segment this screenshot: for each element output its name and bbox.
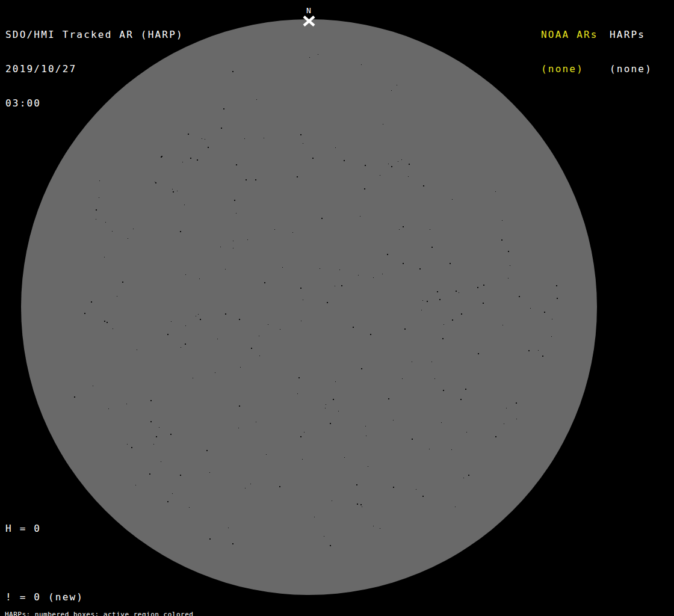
north-cross-icon bbox=[303, 16, 315, 26]
footer-harps-note: HARPs: numbered boxes; active region col… bbox=[5, 611, 253, 616]
harps-value: (none) bbox=[610, 63, 652, 75]
noaa-ars-label: NOAA ARs bbox=[541, 29, 598, 40]
noaa-ars-legend: NOAA ARs (none) bbox=[541, 6, 598, 97]
harps-label: HARPs bbox=[610, 29, 652, 40]
noaa-ars-value: (none) bbox=[541, 63, 598, 75]
north-pole-label: N bbox=[306, 7, 311, 15]
harp-count: H = 0 bbox=[5, 523, 141, 534]
harps-legend: HARPs (none) bbox=[610, 6, 652, 97]
title-block: SDO/HMI Tracked AR (HARP) 2019/10/27 03:… bbox=[5, 6, 184, 132]
solar-disk-view: SDO/HMI Tracked AR (HARP) 2019/10/27 03:… bbox=[0, 0, 674, 616]
date-label: 2019/10/27 bbox=[5, 63, 184, 75]
footer-caption: HARPs: numbered boxes; active region col… bbox=[5, 597, 253, 616]
legend-spacer bbox=[5, 557, 141, 568]
time-label: 03:00 bbox=[5, 97, 184, 109]
page-title: SDO/HMI Tracked AR (HARP) bbox=[5, 29, 184, 40]
